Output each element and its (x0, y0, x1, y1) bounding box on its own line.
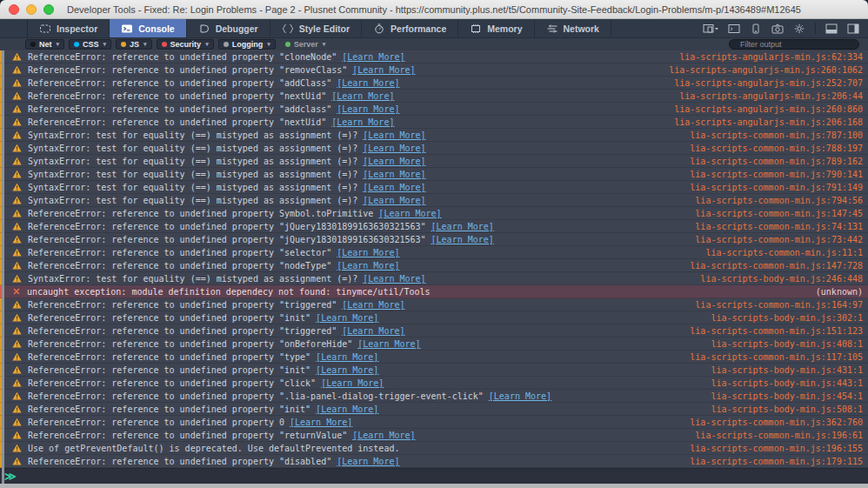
filter-dot-icon (162, 42, 167, 47)
source-link[interactable]: lia-scripts-common-min.js:362:760 (690, 418, 863, 427)
learn-more-link[interactable]: [Learn More] (363, 157, 425, 166)
learn-more-link[interactable]: [Learn More] (316, 404, 378, 414)
filter-toggle-js[interactable]: JS▾ (116, 39, 152, 50)
source-link[interactable]: lia-scripts-common-min.js:788:197 (690, 144, 863, 153)
filter-output-box[interactable] (729, 39, 859, 50)
learn-more-link[interactable]: [Learn More] (337, 261, 399, 271)
tab-console[interactable]: Console (110, 19, 186, 37)
source-link[interactable]: lia-scripts-common-min.js:11:1 (705, 248, 863, 257)
learn-more-link[interactable]: [Learn More] (489, 391, 551, 401)
source-link[interactable]: lia-scripts-common-min.js:791:149 (690, 183, 863, 192)
settings-gear-icon[interactable] (793, 23, 805, 34)
responsive-mode-icon[interactable] (750, 23, 762, 34)
tab-performance[interactable]: Performance (362, 19, 458, 37)
learn-more-link[interactable]: [Learn More] (363, 130, 425, 140)
zoom-window-button[interactable] (43, 4, 54, 15)
source-link[interactable]: lia-scripts-common-min.js:117:105 (690, 352, 863, 362)
source-link[interactable]: lia-scripts-common-min.js:179:115 (690, 457, 863, 466)
source-link[interactable]: lia-scripts-common-min.js:789:162 (690, 157, 863, 166)
console-output[interactable]: ReferenceError: reference to undefined p… (0, 50, 868, 468)
dock-side-icon[interactable] (847, 23, 859, 34)
source-link[interactable]: lia-scripts-common-min.js:196:61 (695, 431, 863, 440)
source-link[interactable]: lia-scripts-common-min.js:147:45 (695, 209, 863, 218)
tab-network[interactable]: Network (535, 19, 611, 37)
filter-toggle-security[interactable]: Security▾ (157, 39, 214, 50)
learn-more-link[interactable]: [Learn More] (337, 457, 399, 466)
window-title: Developer Tools - Fixed: Re: Login Probl… (0, 4, 868, 15)
source-link[interactable]: lia-scripts-angularjs-min.js:252:707 (674, 78, 863, 88)
rdm-dropdown-icon[interactable] (703, 23, 718, 34)
learn-more-link[interactable]: [Learn More] (342, 300, 404, 310)
warning-icon (12, 339, 22, 348)
source-link[interactable]: lia-scripts-body-min.js:508:1 (711, 404, 863, 414)
console-message-row: ReferenceError: reference to undefined p… (0, 390, 868, 403)
source-link[interactable]: lia-scripts-common-min.js:74:131 (695, 222, 863, 231)
split-console-icon[interactable] (728, 23, 740, 34)
learn-more-link[interactable]: [Learn More] (331, 91, 394, 101)
learn-more-link[interactable]: [Learn More] (337, 78, 399, 88)
source-link[interactable]: lia-scripts-angularjs-min.js:62:334 (679, 52, 863, 62)
source-link[interactable]: lia-scripts-common-min.js:790:141 (690, 170, 863, 179)
source-link[interactable]: lia-scripts-common-min.js:794:56 (695, 196, 863, 205)
learn-more-link[interactable]: [Learn More] (316, 313, 378, 323)
learn-more-link[interactable]: [Learn More] (431, 222, 494, 231)
source-link[interactable]: lia-scripts-common-min.js:787:100 (690, 130, 863, 140)
console-input-line[interactable]: ≫ (0, 468, 868, 484)
filter-toggle-net[interactable]: Net▾ (25, 39, 64, 50)
filter-toggle-server[interactable]: Server▾ (280, 39, 331, 50)
source-link[interactable]: lia-scripts-body-min.js:246:448 (700, 274, 863, 284)
tab-debugger[interactable]: Debugger (187, 19, 270, 37)
source-link[interactable]: lia-scripts-angularjs-min.js:260:860 (674, 104, 863, 114)
element-picker-button[interactable] (0, 19, 28, 37)
source-link[interactable]: lia-scripts-angularjs-min.js:206:44 (679, 91, 863, 101)
screenshot-camera-icon[interactable] (771, 23, 784, 34)
source-link[interactable]: lia-scripts-angularjs-min.js:206:168 (674, 117, 863, 127)
source-link[interactable]: lia-scripts-common-min.js:164:97 (695, 300, 863, 310)
learn-more-link[interactable]: [Learn More] (363, 196, 425, 205)
filter-toggle-css[interactable]: CSS▾ (69, 39, 111, 50)
learn-more-link[interactable]: [Learn More] (352, 431, 415, 440)
learn-more-link[interactable]: [Learn More] (431, 235, 494, 244)
learn-more-link[interactable]: [Learn More] (352, 65, 415, 75)
learn-more-link[interactable]: [Learn More] (342, 326, 404, 336)
source-link[interactable]: lia-scripts-common-min.js:196:155 (690, 444, 863, 453)
learn-more-link[interactable]: [Learn More] (363, 170, 425, 179)
source-link[interactable]: lia-scripts-common-min.js:147:728 (690, 261, 863, 271)
minimize-window-button[interactable] (26, 4, 37, 15)
source-link[interactable]: lia-scripts-common-min.js:73:442 (695, 235, 863, 244)
learn-more-link[interactable]: [Learn More] (331, 117, 394, 127)
learn-more-link[interactable]: [Learn More] (321, 378, 384, 388)
learn-more-link[interactable]: [Learn More] (363, 183, 425, 192)
message-body: Use of getPreventDefault() is deprecated… (28, 444, 399, 453)
filter-output-input[interactable] (740, 40, 851, 49)
source-link[interactable]: lia-scripts-body-min.js:302:1 (711, 313, 863, 323)
message-body: SyntaxError: test for equality (==) mist… (28, 144, 357, 153)
learn-more-link[interactable]: [Learn More] (363, 144, 425, 153)
learn-more-link[interactable]: [Learn More] (337, 248, 399, 257)
filter-dot-icon (74, 42, 79, 47)
learn-more-link[interactable]: [Learn More] (337, 104, 399, 114)
tab-style-editor[interactable]: Style Editor (270, 19, 362, 37)
console-message-row: ReferenceError: reference to undefined p… (0, 207, 868, 220)
learn-more-link[interactable]: [Learn More] (378, 209, 441, 218)
tab-inspector[interactable]: Inspector (28, 19, 110, 37)
console-command-input[interactable] (22, 471, 868, 481)
tab-memory[interactable]: Memory (458, 19, 534, 37)
dock-bottom-icon[interactable] (825, 23, 838, 34)
performance-icon (373, 23, 385, 34)
learn-more-link[interactable]: [Learn More] (363, 274, 425, 284)
source-link[interactable]: lia-scripts-body-min.js:431:1 (711, 365, 863, 375)
learn-more-link[interactable]: [Learn More] (357, 339, 420, 349)
source-link[interactable]: lia-scripts-common-min.js:151:123 (690, 326, 863, 336)
source-link[interactable]: lia-scripts-body-min.js:408:1 (711, 339, 863, 349)
learn-more-link[interactable]: [Learn More] (342, 52, 404, 62)
close-window-button[interactable] (9, 4, 19, 15)
message-text: SyntaxError: test for equality (==) mist… (28, 170, 681, 179)
learn-more-link[interactable]: [Learn More] (316, 365, 378, 375)
learn-more-link[interactable]: [Learn More] (316, 352, 378, 362)
source-link[interactable]: lia-scripts-angularjs-min.js:260:1062 (669, 65, 863, 75)
filter-toggle-logging[interactable]: Logging▾ (218, 39, 276, 50)
source-link[interactable]: lia-scripts-body-min.js:443:1 (711, 378, 863, 388)
learn-more-link[interactable]: [Learn More] (290, 418, 352, 427)
source-link[interactable]: lia-scripts-body-min.js:454:1 (711, 391, 863, 401)
